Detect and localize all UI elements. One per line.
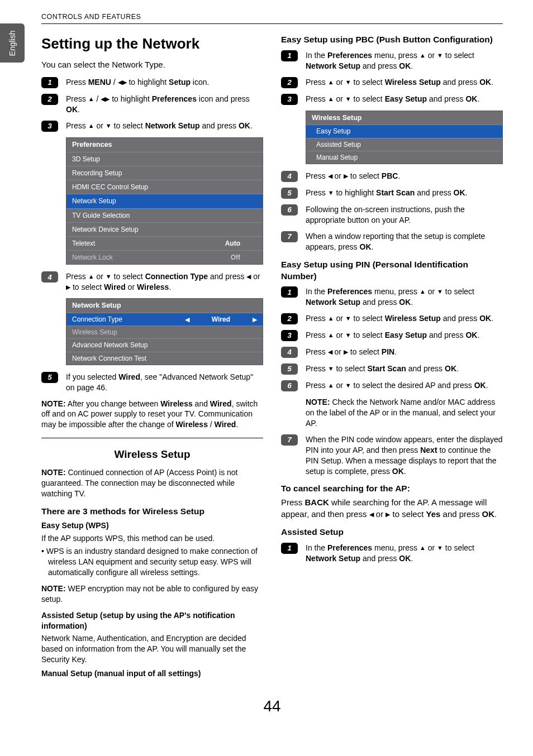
pbc-step-1: 1 In the Preferences menu, press ▲ or ▼ … <box>281 50 503 71</box>
manual-setup-heading: Manual Setup (manual input of all settin… <box>41 668 263 679</box>
step-text: Press ◀ or ▶ to select PBC. <box>306 171 503 181</box>
pin-step-7: 7 When the PIN code window appears, ente… <box>281 434 503 477</box>
down-arrow-icon: ▼ <box>106 272 112 281</box>
pin-step-3: 3 Press ▲ or ▼ to select Easy Setup and … <box>281 330 503 341</box>
up-arrow-icon: ▲ <box>328 331 334 339</box>
assisted-setup-heading: Assisted Setup (setup by using the AP's … <box>41 610 263 631</box>
down-arrow-icon: ▼ <box>345 381 351 390</box>
note-block: NOTE: WEP encryption may not be able to … <box>41 583 263 605</box>
down-arrow-icon: ▼ <box>437 544 443 552</box>
osd-row: TeletextAuto <box>66 236 263 250</box>
up-arrow-icon: ▲ <box>88 122 94 130</box>
page-title: Setting up the Network <box>41 34 263 54</box>
right-column: Easy Setup using PBC (Push Button Config… <box>281 34 503 680</box>
osd-title: Preferences <box>66 138 263 152</box>
step-text: Press ▲ or ▼ to select Easy Setup and pr… <box>306 94 503 104</box>
osd-preferences: Preferences 3D Setup Recording Setup HDM… <box>66 137 263 265</box>
section-bar: CONTROLS AND FEATURES <box>41 12 503 24</box>
osd-row-disabled: Network LockOff <box>66 250 263 264</box>
pbc-heading: Easy Setup using PBC (Push Button Config… <box>281 34 503 46</box>
up-arrow-icon: ▲ <box>328 95 334 103</box>
osd-row: Advanced Network Setup <box>66 338 263 351</box>
assisted2-step-1: 1 In the Preferences menu, press ▲ or ▼ … <box>281 543 503 564</box>
osd-row: HDMI CEC Control Setup <box>66 180 263 194</box>
down-arrow-icon: ▼ <box>328 189 334 197</box>
step-text: When a window reporting that the setup i… <box>306 231 503 252</box>
osd-row: Network Connection Test <box>66 352 263 365</box>
step-text: In the Preferences menu, press ▲ or ▼ to… <box>306 543 503 564</box>
step-badge: 4 <box>41 271 58 283</box>
language-tab: English <box>0 23 25 63</box>
note-block: NOTE: Check the Network Name and/or MAC … <box>306 397 503 429</box>
paragraph: If the AP supports WPS, this method can … <box>41 533 263 544</box>
step-badge: 4 <box>281 171 298 182</box>
step-text: Press ▲ or ▼ to select the desired AP an… <box>306 380 503 391</box>
step-text: Press ▲ or ▼ to select Easy Setup and pr… <box>306 330 503 341</box>
step-text: Press MENU / ◀▶ to highlight Setup icon. <box>66 77 263 88</box>
note-block: NOTE: Continued connection of AP (Access… <box>41 467 263 499</box>
step-text: Press ◀ or ▶ to select PIN. <box>306 347 503 357</box>
down-arrow-icon: ▼ <box>437 51 443 60</box>
pin-heading: Easy Setup using PIN (Personal Identific… <box>281 259 503 283</box>
osd-row-selected: Network Setup <box>66 194 263 208</box>
step-text: If you selected Wired, see "Advanced Net… <box>66 372 263 393</box>
up-arrow-icon: ▲ <box>328 381 334 390</box>
step-4: 4 Press ▲ or ▼ to select Connection Type… <box>41 271 263 293</box>
up-arrow-icon: ▲ <box>88 272 94 281</box>
step-badge: 7 <box>281 231 298 242</box>
up-arrow-icon: ▲ <box>420 51 426 60</box>
step-3: 3 Press ▲ or ▼ to select Network Setup a… <box>41 121 263 132</box>
step-badge: 2 <box>281 77 298 88</box>
pbc-step-6: 6 Following the on-screen instructions, … <box>281 204 503 226</box>
paragraph: Network Name, Authentication, and Encryp… <box>41 633 263 665</box>
step-badge: 3 <box>281 94 298 105</box>
step-badge: 1 <box>281 286 298 298</box>
down-arrow-icon: ▼ <box>328 365 334 373</box>
step-text: Press ▼ to highlight Start Scan and pres… <box>306 188 503 198</box>
bullet-list: WPS is an industry standard designed to … <box>41 546 263 578</box>
osd-row-selected: Easy Setup <box>306 125 502 137</box>
pbc-step-3: 3 Press ▲ or ▼ to select Easy Setup and … <box>281 94 503 105</box>
step-1: 1 Press MENU / ◀▶ to highlight Setup ico… <box>41 77 263 88</box>
step-5: 5 If you selected Wired, see "Advanced N… <box>41 372 263 393</box>
left-arrow-icon: ◀ <box>328 172 332 180</box>
assisted-setup2-heading: Assisted Setup <box>281 527 503 538</box>
lr-arrows-icon: ◀▶ <box>101 95 110 103</box>
wireless-setup-heading: Wireless Setup <box>41 438 263 462</box>
left-column: Setting up the Network You can select th… <box>41 34 263 680</box>
osd-row: TV Guide Selection <box>66 208 263 222</box>
osd-row: Network Device Setup <box>66 222 263 236</box>
pbc-step-2: 2 Press ▲ or ▼ to select Wireless Setup … <box>281 77 503 88</box>
step-badge: 2 <box>41 94 58 105</box>
osd-title: Wireless Setup <box>306 111 502 125</box>
step-badge: 7 <box>281 434 298 446</box>
step-badge: 1 <box>41 77 58 88</box>
pin-step-2: 2 Press ▲ or ▼ to select Wireless Setup … <box>281 313 503 324</box>
right-arrow-icon: ▶ <box>344 172 348 180</box>
step-badge: 5 <box>281 188 298 199</box>
step-badge: 6 <box>281 204 298 216</box>
osd-row: Recording Setup <box>66 166 263 180</box>
list-item: WPS is an industry standard designed to … <box>41 546 263 578</box>
step-text: Press ▲ or ▼ to select Wireless Setup an… <box>306 313 503 324</box>
right-arrow-icon: ▶ <box>344 348 348 356</box>
pbc-step-7: 7 When a window reporting that the setup… <box>281 231 503 252</box>
osd-wireless-setup: Wireless Setup Easy Setup Assisted Setup… <box>306 111 503 164</box>
up-arrow-icon: ▲ <box>420 288 426 296</box>
methods-heading: There are 3 methods for Wireless Setup <box>41 506 263 518</box>
step-badge: 6 <box>281 380 298 391</box>
right-arrow-icon: ▶ <box>66 283 70 291</box>
osd-row: 3D Setup <box>66 152 263 166</box>
osd-row-disabled: Wireless Setup <box>66 326 263 338</box>
right-arrow-icon: ▶ <box>253 315 257 324</box>
osd-row: Manual Setup <box>306 151 502 164</box>
down-arrow-icon: ▼ <box>106 122 112 130</box>
left-arrow-icon: ◀ <box>246 272 251 281</box>
pin-step-1: 1 In the Preferences menu, press ▲ or ▼ … <box>281 286 503 308</box>
up-arrow-icon: ▲ <box>328 314 334 323</box>
step-text: Press ▲ / ◀▶ to highlight Preferences ic… <box>66 94 263 115</box>
down-arrow-icon: ▼ <box>345 314 351 323</box>
left-arrow-icon: ◀ <box>328 348 332 356</box>
up-arrow-icon: ▲ <box>328 78 334 87</box>
step-text: Press ▲ or ▼ to select Connection Type a… <box>66 271 263 293</box>
